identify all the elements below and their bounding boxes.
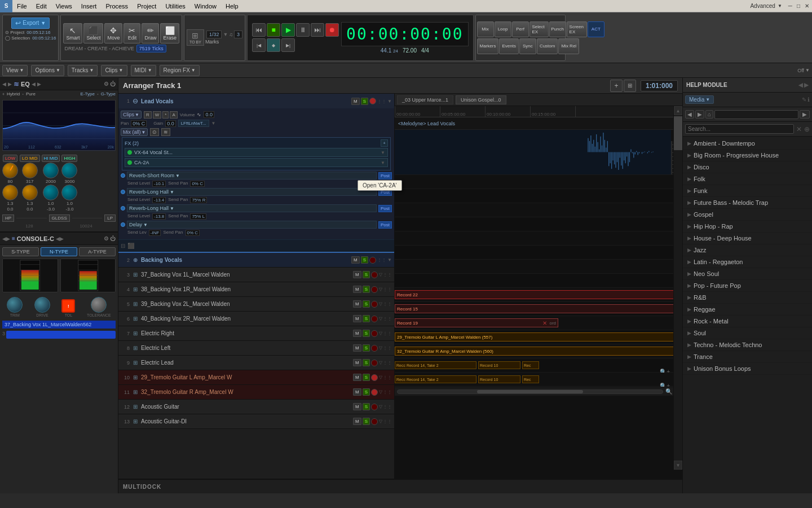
tab-unison[interactable]: Unison Gospel...0 <box>456 95 506 104</box>
track-9-solo[interactable]: S <box>363 359 370 366</box>
genre-item-8[interactable]: ▶House - Deep House <box>683 233 812 244</box>
track-4-menu[interactable]: ▽ ⋮⋮ <box>379 287 392 292</box>
track-3-menu[interactable]: ▽ ⋮⋮ <box>379 272 392 277</box>
arranger-grid-btn[interactable]: ⊞ <box>624 80 636 92</box>
send-1-post[interactable]: Post <box>378 172 392 179</box>
track-1-expand-icon[interactable]: ⊖ <box>131 97 139 105</box>
genre-item-7[interactable]: ▶Hip Hop - Rap <box>683 221 812 233</box>
genre-item-13[interactable]: ▶R&B <box>683 292 812 304</box>
track-4-solo[interactable]: S <box>363 286 370 293</box>
track-13-menu[interactable]: ▽ ⋮⋮ <box>379 419 392 424</box>
mix-rel-btn[interactable]: Mix Rel <box>558 38 579 54</box>
menu-project[interactable]: Project <box>133 0 161 12</box>
track-8-record[interactable] <box>371 345 378 352</box>
send-4-level[interactable]: -INF <box>149 230 161 236</box>
a-type-btn[interactable]: A-TYPE <box>79 247 116 256</box>
track-12-record[interactable] <box>371 404 378 410</box>
erase-tool[interactable]: ⬜ Erase <box>160 23 179 43</box>
track-2-record[interactable] <box>369 257 376 264</box>
track-7-mute[interactable]: M <box>353 330 361 337</box>
help-search-icon[interactable]: ✕ <box>796 125 802 133</box>
genre-item-10[interactable]: ▶Latin - Reggaeton <box>683 256 812 268</box>
loop-marker[interactable]: ◆ <box>267 38 280 52</box>
trim-knob[interactable] <box>7 297 23 313</box>
track-1-extra-icon[interactable]: ⬛ <box>127 243 134 249</box>
mix-btn[interactable]: Mix <box>477 21 494 37</box>
clips-dropdown[interactable]: Clips▼ <box>101 65 127 76</box>
view-dropdown[interactable]: View▼ <box>2 65 28 76</box>
genre-item-1[interactable]: ▶Big Room - Progressive House <box>683 150 812 161</box>
track-1-expand-2[interactable]: ▼ <box>387 99 392 104</box>
record-btn[interactable]: ⏺ <box>325 23 339 37</box>
eq-lomid-gain-knob[interactable] <box>22 185 38 200</box>
export-button[interactable]: ↩ Export ▼ <box>11 17 50 29</box>
s-type-btn[interactable]: S-TYPE <box>2 247 39 256</box>
clips-dropdown-1[interactable]: Clips ▼ <box>121 111 142 119</box>
tab-upper[interactable]: _03 Upper Marce...1 <box>397 95 453 104</box>
track-8-mute[interactable]: M <box>353 344 361 352</box>
send-3-dropdown[interactable]: Reverb-Long Hall▼ <box>127 204 377 212</box>
eq-low-knob[interactable] <box>2 163 18 178</box>
sync-btn[interactable]: Sync <box>519 38 536 54</box>
menu-help[interactable]: Help <box>221 0 243 12</box>
eq-power-icon[interactable]: ⏻ <box>110 81 116 87</box>
track-1-solo[interactable]: S <box>361 98 368 105</box>
track-1-menu[interactable]: ⋮⋮ <box>377 99 386 104</box>
v-scroll-thumb[interactable] <box>674 116 682 150</box>
track-6-menu[interactable]: ▽ ⋮⋮ <box>379 316 392 321</box>
help-home[interactable]: ⌂ <box>705 110 713 119</box>
mix-all-dropdown[interactable]: Mix (all) ▼ <box>121 128 148 136</box>
send-3-level[interactable]: -13.8 <box>152 213 166 220</box>
select-ex-btn[interactable]: Select EX <box>529 21 549 37</box>
track-11-mute[interactable]: M <box>353 388 361 396</box>
genre-item-5[interactable]: ▶Future Bass - Melodic Trap <box>683 197 812 209</box>
track-3-solo[interactable]: S <box>363 271 370 278</box>
hp-btn[interactable]: HP <box>2 214 14 222</box>
pan-val[interactable]: 0% C <box>131 120 147 127</box>
track-1-mute[interactable]: M <box>351 98 360 105</box>
track-7-menu[interactable]: ▽ ⋮⋮ <box>379 331 392 336</box>
smart-tool[interactable]: ↖ Smart <box>63 23 82 43</box>
send-2-power[interactable] <box>121 190 125 194</box>
scroll-down-btn[interactable]: ▼ <box>674 461 682 470</box>
time-sig-display[interactable]: 4/4 <box>421 47 429 54</box>
track-2-icon[interactable]: ⊕ <box>131 257 139 263</box>
tolerance-knob[interactable] <box>91 297 107 313</box>
track-8-menu[interactable]: ▽ ⋮⋮ <box>379 345 392 351</box>
act-btn[interactable]: ACT <box>588 21 604 37</box>
bpm-display[interactable]: 72.00 <box>403 47 417 54</box>
track-4-record[interactable] <box>371 286 378 293</box>
loop-start-btn[interactable]: |◀ <box>252 38 266 52</box>
arranger-add-btn[interactable]: + <box>610 80 623 92</box>
track-1-record[interactable] <box>369 98 376 104</box>
genre-item-16[interactable]: ▶Soul <box>683 327 812 339</box>
track-8-solo[interactable]: S <box>363 344 370 352</box>
help-prev-icon[interactable]: ◀ <box>798 82 803 88</box>
fx-plugin-vx64[interactable]: VX-64 Vocal St... ▼ <box>125 148 388 157</box>
eq-settings-icon[interactable]: ⚙ <box>104 81 109 87</box>
send-4-pan[interactable]: 0% C <box>186 230 200 236</box>
eq-icon[interactable]: ≋ <box>161 128 170 136</box>
track-7-solo[interactable]: S <box>363 330 370 337</box>
send-2-dropdown[interactable]: Reverb-Long Hall▼ <box>127 188 377 196</box>
genre-item-4[interactable]: ▶Funk <box>683 185 812 197</box>
track-10-menu[interactable]: ▽ ⋮⋮ <box>379 375 392 380</box>
send-1-power[interactable] <box>121 173 125 178</box>
send-1-level[interactable]: -10.1 <box>152 181 166 187</box>
snap-num[interactable]: 3 <box>234 30 242 38</box>
close-btn[interactable]: ✕ <box>803 3 811 9</box>
read-btn[interactable]: R <box>144 111 152 119</box>
fx-power-2[interactable] <box>127 160 132 165</box>
track-11-menu[interactable]: ▽ ⋮⋮ <box>379 389 392 395</box>
drive-knob[interactable] <box>34 297 50 313</box>
midi-dropdown[interactable]: MIDI▼ <box>131 65 156 76</box>
help-edit-icon[interactable]: ✎ <box>802 97 806 103</box>
send-2-level[interactable]: -13.4 <box>152 197 166 203</box>
select-tool[interactable]: ⬛ Select <box>83 23 103 43</box>
tracks-dropdown[interactable]: Tracks▼ <box>68 65 98 76</box>
markers-btn[interactable]: Markers <box>477 38 499 54</box>
track-10-record[interactable] <box>371 374 378 381</box>
track-10-mute[interactable]: M <box>353 374 361 381</box>
genre-item-3[interactable]: ▶Folk <box>683 173 812 185</box>
help-next-icon[interactable]: ▶ <box>804 82 809 88</box>
